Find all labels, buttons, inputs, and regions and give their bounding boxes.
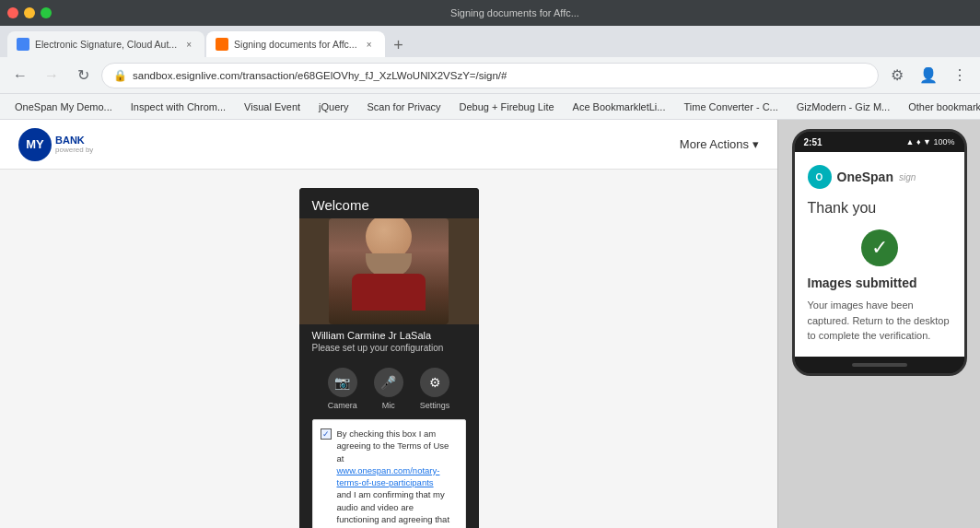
phone-status-icons: ▲ ♦ ▼ 100% xyxy=(906,137,955,147)
terms-before-link: By checking this box I am agreeing to th… xyxy=(337,428,449,463)
onespan-text: OneSpan xyxy=(837,170,893,184)
bookmarks-bar: OneSpan My Demo... Inspect with Chrom...… xyxy=(0,94,980,120)
more-actions-button[interactable]: More Actions ▾ xyxy=(680,137,759,151)
phone-screen: O OneSpan sign Thank you ✓ Images submit… xyxy=(795,152,964,357)
lock-icon: 🔒 xyxy=(113,69,127,82)
bookmark-1[interactable]: OneSpan My Demo... xyxy=(7,100,120,114)
close-button[interactable] xyxy=(7,7,18,18)
controls-row: 📷 Camera 🎤 Mic ⚙ Settings xyxy=(299,360,479,419)
camera-icon[interactable]: 📷 xyxy=(328,368,357,397)
new-tab-button[interactable]: + xyxy=(387,33,411,57)
tab-1[interactable]: Electronic Signature, Cloud Aut... × xyxy=(7,31,204,57)
tab-bar: Electronic Signature, Cloud Aut... × Sig… xyxy=(0,26,980,57)
minimize-button[interactable] xyxy=(24,7,35,18)
home-bar-indicator xyxy=(852,363,907,367)
maximize-button[interactable] xyxy=(41,7,52,18)
address-text: sandbox.esignlive.com/transaction/e68GEl… xyxy=(133,70,507,81)
bookmark-6[interactable]: Debug + Firebug Lite xyxy=(452,100,562,114)
person-subtext: Please set up your configuration xyxy=(299,343,479,360)
terms-text: By checking this box I am agreeing to th… xyxy=(337,428,458,528)
person-silhouette xyxy=(329,218,449,324)
person-name: William Carmine Jr LaSala xyxy=(299,324,479,343)
tab1-close-icon[interactable]: × xyxy=(182,38,195,51)
mic-icon[interactable]: 🎤 xyxy=(374,368,403,397)
submission-text: Your images have been captured. Return t… xyxy=(808,298,951,344)
terms-link[interactable]: www.onespan.com/notary-terms-of-use-part… xyxy=(337,465,440,487)
settings-label: Settings xyxy=(420,401,450,410)
face-area xyxy=(352,218,426,324)
logo-bank-area: BANK powered by xyxy=(55,135,93,154)
settings-control[interactable]: ⚙ Settings xyxy=(420,368,450,410)
video-preview xyxy=(299,218,479,324)
welcome-card: Welcome William Carmine Jr LaSala xyxy=(299,188,479,528)
tab2-favicon xyxy=(216,38,228,51)
welcome-title: Welcome xyxy=(299,188,479,218)
back-button[interactable]: ← xyxy=(7,63,33,88)
tab2-close-icon[interactable]: × xyxy=(363,38,376,51)
chevron-down-icon: ▾ xyxy=(752,137,759,151)
page-header: MY BANK powered by More Actions ▾ xyxy=(0,120,777,170)
tab1-favicon xyxy=(17,38,29,51)
bookmark-3[interactable]: Visual Event xyxy=(237,100,308,114)
forward-button[interactable]: → xyxy=(39,63,64,88)
terms-top: ✓ By checking this box I am agreeing to … xyxy=(321,428,458,528)
onespan-logo: O OneSpan sign xyxy=(808,165,951,189)
bookmark-7[interactable]: Ace BookmarkletLi... xyxy=(566,100,673,114)
tab-2[interactable]: Signing documents for Affc... × xyxy=(206,31,384,57)
camera-control[interactable]: 📷 Camera xyxy=(328,368,357,410)
onespan-circle-icon: O xyxy=(808,165,832,189)
phone-device: 2:51 ▲ ♦ ▼ 100% O OneSpan sign Thank you xyxy=(792,129,967,376)
checkbox-check-icon: ✓ xyxy=(322,428,330,440)
tab2-label: Signing documents for Affc... xyxy=(234,39,356,50)
phone-panel: 2:51 ▲ ♦ ▼ 100% O OneSpan sign Thank you xyxy=(777,120,980,528)
thank-you-text: Thank you xyxy=(808,200,951,217)
onespan-sign-text: sign xyxy=(899,172,916,182)
profile-button[interactable]: 👤 xyxy=(916,63,941,88)
browser-title: Signing documents for Affc... xyxy=(57,7,973,18)
bookmark-4[interactable]: jQuery xyxy=(311,100,356,114)
browser-content: MY BANK powered by More Actions ▾ Welcom… xyxy=(0,120,980,528)
camera-label: Camera xyxy=(328,401,357,410)
window-controls xyxy=(7,7,52,18)
mic-label: Mic xyxy=(382,401,395,410)
tab1-label: Electronic Signature, Cloud Aut... xyxy=(35,39,177,50)
phone-status-bar: 2:51 ▲ ♦ ▼ 100% xyxy=(795,132,964,152)
person-body xyxy=(352,274,426,311)
check-circle-icon: ✓ xyxy=(861,229,898,266)
logo-my: MY xyxy=(18,128,52,161)
phone-home-bar xyxy=(795,357,964,373)
phone-time: 2:51 xyxy=(804,137,822,147)
address-bar[interactable]: 🔒 sandbox.esignlive.com/transaction/e68G… xyxy=(101,63,879,88)
bookmark-2[interactable]: Inspect with Chrom... xyxy=(123,100,233,114)
images-submitted-title: Images submitted xyxy=(808,276,951,290)
settings-icon[interactable]: ⚙ xyxy=(420,368,449,397)
terms-checkbox[interactable]: ✓ xyxy=(321,428,332,440)
center-content: Welcome William Carmine Jr LaSala xyxy=(0,170,777,528)
terms-section: ✓ By checking this box I am agreeing to … xyxy=(312,419,466,528)
logo-bank-text: BANK xyxy=(55,135,93,146)
logo-area: MY BANK powered by xyxy=(18,128,93,161)
extensions-button[interactable]: ⚙ xyxy=(884,63,910,88)
bookmark-other[interactable]: Other bookmarks xyxy=(901,100,980,114)
main-page: MY BANK powered by More Actions ▾ Welcom… xyxy=(0,120,777,528)
bookmark-5[interactable]: Scan for Privacy xyxy=(359,100,448,114)
check-icon: ✓ xyxy=(871,236,888,260)
menu-button[interactable]: ⋮ xyxy=(947,63,973,88)
terms-after: and I am confirming that my audio and vi… xyxy=(337,489,450,528)
bookmark-8[interactable]: Time Converter - C... xyxy=(676,100,785,114)
navigation-bar: ← → ↻ 🔒 sandbox.esignlive.com/transactio… xyxy=(0,57,980,94)
more-actions-label: More Actions xyxy=(680,137,749,151)
bookmark-9[interactable]: GizModern - Giz M... xyxy=(789,100,897,114)
mic-control[interactable]: 🎤 Mic xyxy=(374,368,403,410)
logo-powered-text: powered by xyxy=(55,146,93,154)
reload-button[interactable]: ↻ xyxy=(70,63,96,88)
